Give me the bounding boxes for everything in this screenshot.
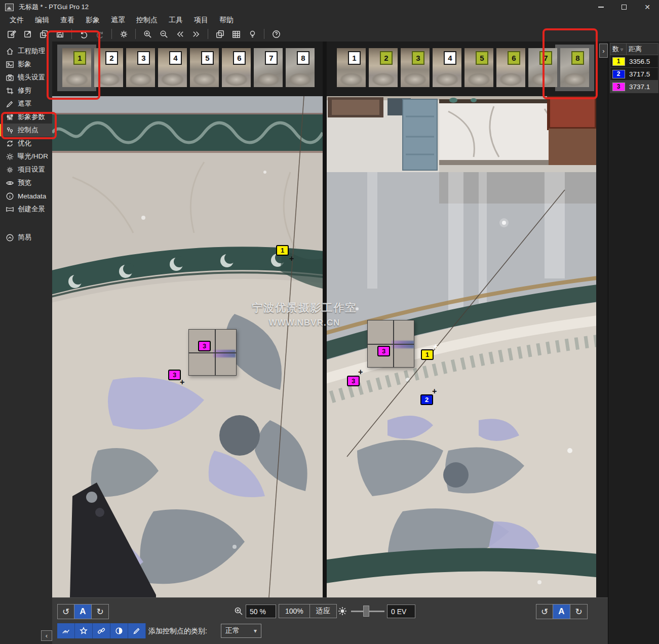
new-project-button[interactable]: [5, 27, 18, 41]
control-point-2-right[interactable]: 2: [420, 394, 433, 405]
rotate-left-image-cw-button[interactable]: ↻: [92, 604, 109, 619]
cp-table-header-distance[interactable]: 距离: [627, 44, 658, 55]
sidebar-item-control-points[interactable]: 控制点: [0, 124, 52, 137]
right-strip-thumb-1[interactable]: 1: [337, 48, 366, 87]
mask-tool-button[interactable]: [128, 623, 146, 638]
sidebar-item-lens-settings[interactable]: 镜头设置: [0, 71, 52, 84]
control-point-3-patch-right[interactable]: 3: [377, 346, 390, 356]
collapse-panel-button[interactable]: ‹: [41, 630, 52, 641]
left-strip-thumb-7[interactable]: 7: [254, 48, 283, 87]
previous-pair-button[interactable]: [173, 27, 186, 41]
sidebar-item-preview[interactable]: 预览: [0, 176, 52, 189]
save-button[interactable]: [53, 27, 66, 41]
show-all-cp-button[interactable]: [75, 623, 93, 638]
left-strip-thumb-4[interactable]: 4: [158, 48, 187, 87]
left-strip-thumb-1[interactable]: 1: [62, 48, 91, 87]
eye-icon: [6, 179, 14, 187]
menu-bar: 文件 编辑 查看 影象 遮罩 控制点 工具 项目 帮助: [0, 14, 659, 26]
rotate-right-image-cw-button[interactable]: ↻: [570, 604, 588, 619]
strip-expander-button[interactable]: ›: [599, 44, 608, 58]
cp-table-row-2[interactable]: 2 3717.5: [610, 68, 658, 80]
auto-add-cp-button[interactable]: [57, 623, 75, 638]
auto-orientation-left-button[interactable]: A: [74, 604, 92, 619]
maximize-button[interactable]: [612, 0, 636, 14]
help-button[interactable]: [269, 27, 283, 41]
control-point-3-right[interactable]: 3: [347, 376, 360, 386]
cp-cross-marker: +: [358, 370, 363, 375]
control-point-1-left[interactable]: 1: [276, 245, 289, 256]
patch-artifact: [392, 341, 414, 348]
cp-type-dropdown[interactable]: 正常 ▾: [221, 624, 261, 638]
left-strip-thumb-2[interactable]: 2: [94, 48, 123, 87]
sidebar-item-project-assistant[interactable]: 工程助理: [0, 45, 52, 58]
open-project-button[interactable]: [21, 27, 34, 41]
sidebar-item-create-panorama[interactable]: 创建全景: [0, 203, 52, 216]
sidebar-item-metadata[interactable]: Metadata: [0, 189, 52, 203]
close-button[interactable]: ✕: [636, 0, 659, 14]
cp-table-header-number[interactable]: 数▿: [610, 44, 627, 55]
detail-grid-button[interactable]: [229, 27, 243, 41]
menu-edit[interactable]: 编辑: [29, 15, 55, 26]
cp-cross-marker: +: [432, 389, 437, 394]
left-strip-thumb-8[interactable]: 8: [286, 48, 315, 87]
sidebar-item-mask[interactable]: 遮罩: [0, 97, 52, 110]
sidebar-item-easy-mode[interactable]: 简易: [0, 231, 52, 244]
zoom-percent-input[interactable]: [246, 605, 276, 618]
right-strip-thumb-8[interactable]: 8: [560, 48, 589, 87]
settings-button[interactable]: [117, 27, 130, 41]
hint-lamp-button[interactable]: [246, 27, 259, 41]
thumb-badge: 5: [476, 51, 488, 65]
left-strip-thumb-3[interactable]: 3: [126, 48, 155, 87]
link-views-button[interactable]: [93, 623, 110, 638]
sidebar-item-image-parameters[interactable]: 影象参数: [0, 110, 52, 124]
right-strip-thumb-7[interactable]: 7: [528, 48, 557, 87]
auto-orientation-right-button[interactable]: A: [553, 604, 570, 619]
left-image-viewer[interactable]: 3 1 + 3 +: [52, 96, 323, 597]
undo-button[interactable]: [77, 27, 90, 41]
minimize-button[interactable]: [589, 0, 612, 14]
zoom-in-button[interactable]: [141, 27, 154, 41]
sidebar-item-images[interactable]: 影象: [0, 58, 52, 71]
menu-mask[interactable]: 遮罩: [105, 15, 131, 26]
menu-control-points[interactable]: 控制点: [131, 15, 163, 26]
star-icon: [79, 626, 88, 635]
menu-project[interactable]: 项目: [188, 15, 214, 26]
right-image-viewer[interactable]: 3 1 + 3 + 2 +: [327, 96, 596, 597]
right-strip-thumb-5[interactable]: 5: [464, 48, 493, 87]
right-strip-thumb-4[interactable]: 4: [433, 48, 461, 87]
control-point-1-right[interactable]: 1: [421, 349, 434, 360]
sidebar-item-exposure-hdr[interactable]: 曝光/HDR: [0, 150, 52, 163]
zoom-fit-button[interactable]: 适应: [310, 604, 337, 618]
rotate-left-image-ccw-button[interactable]: ↺: [57, 604, 74, 619]
left-strip-thumb-5[interactable]: 5: [190, 48, 219, 87]
right-strip-thumb-6[interactable]: 6: [496, 48, 525, 87]
redo-button[interactable]: [93, 27, 106, 41]
menu-images[interactable]: 影象: [80, 15, 105, 26]
next-pair-button[interactable]: [189, 27, 203, 41]
menu-view[interactable]: 查看: [55, 15, 80, 26]
right-strip-thumb-3[interactable]: 3: [401, 48, 430, 87]
zoom-100-button[interactable]: 100%: [279, 604, 310, 618]
contrast-enhance-button[interactable]: [110, 623, 128, 638]
rotate-right-image-ccw-button[interactable]: ↺: [536, 604, 553, 619]
title-bar: 无标题 * - PTGui Pro 12 ✕: [0, 0, 659, 14]
panorama-editor-button[interactable]: [213, 27, 226, 41]
right-strip-thumb-2[interactable]: 2: [369, 48, 398, 87]
menu-tools[interactable]: 工具: [163, 15, 188, 26]
menu-help[interactable]: 帮助: [214, 15, 239, 26]
thumb-badge: 2: [380, 51, 393, 65]
control-point-3-left[interactable]: 3: [168, 370, 181, 380]
duplicate-button[interactable]: [37, 27, 50, 41]
sidebar-item-project-settings[interactable]: 项目设置: [0, 163, 52, 176]
cp-table-row-3[interactable]: 3 3737.1: [610, 80, 658, 93]
menu-file[interactable]: 文件: [4, 15, 29, 26]
slider-handle[interactable]: [363, 606, 369, 617]
control-point-3-patch-left[interactable]: 3: [198, 341, 211, 351]
cp-table-row-1[interactable]: 1 3356.5: [610, 55, 658, 68]
sidebar-item-crop[interactable]: 修剪: [0, 84, 52, 97]
sidebar-item-optimize[interactable]: 优化: [0, 137, 52, 150]
left-strip-thumb-6[interactable]: 6: [222, 48, 251, 87]
ev-brightness-slider[interactable]: [351, 606, 384, 617]
ev-value-input[interactable]: [387, 605, 415, 618]
zoom-out-button[interactable]: [157, 27, 170, 41]
